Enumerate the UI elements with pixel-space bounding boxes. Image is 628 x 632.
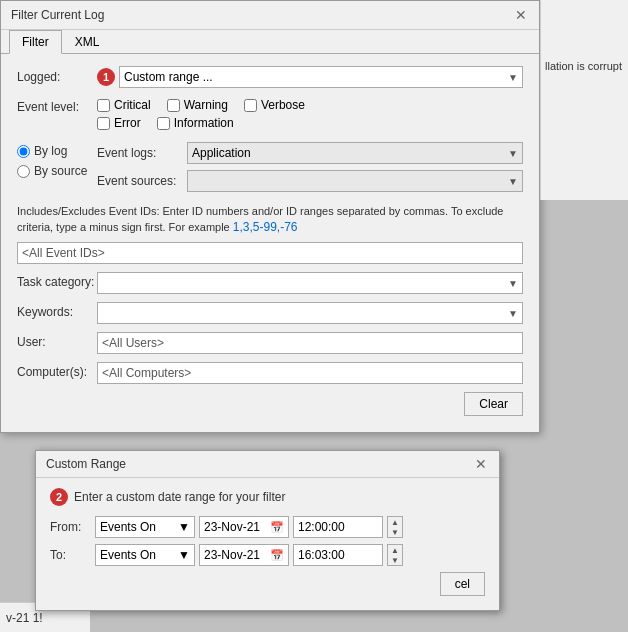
checkbox-critical-input[interactable]	[97, 99, 110, 112]
from-time-field[interactable]: 12:00:00	[293, 516, 383, 538]
computer-label: Computer(s):	[17, 362, 97, 379]
radio-column: By log By source	[17, 142, 97, 198]
clear-button[interactable]: Clear	[464, 392, 523, 416]
custom-range-description: Enter a custom date range for your filte…	[74, 490, 285, 504]
computer-input[interactable]	[97, 362, 523, 384]
custom-range-header-row: 2 Enter a custom date range for your fil…	[50, 488, 485, 506]
logs-column: Event logs: Application ▼ Event sources:…	[97, 142, 523, 198]
to-events-value: Events On	[100, 548, 156, 562]
checkbox-information[interactable]: Information	[157, 116, 234, 130]
event-logs-value: Application	[192, 146, 251, 160]
radio-by-log-label: By log	[34, 144, 67, 158]
checkbox-warning-label: Warning	[184, 98, 228, 112]
logged-dropdown[interactable]: Custom range ... ▼	[119, 66, 523, 88]
from-events-dropdown[interactable]: Events On ▼	[95, 516, 195, 538]
event-sources-dropdown[interactable]: ▼	[187, 170, 523, 192]
to-time-spinner[interactable]: ▲ ▼	[387, 544, 403, 566]
event-logs-label: Event logs:	[97, 146, 187, 160]
keywords-area: ▼	[97, 302, 523, 324]
radio-by-log[interactable]: By log	[17, 144, 97, 158]
to-row: To: Events On ▼ 23-Nov-21 📅 16:03:00 ▲ ▼	[50, 544, 485, 566]
dialog-titlebar: Filter Current Log ✕	[1, 1, 539, 30]
to-time-value: 16:03:00	[298, 548, 345, 562]
from-date-value: 23-Nov-21	[204, 520, 260, 534]
from-time-down-icon[interactable]: ▼	[388, 527, 402, 537]
badge-2: 2	[50, 488, 68, 506]
event-sources-arrow-icon: ▼	[508, 176, 518, 187]
checkbox-critical-label: Critical	[114, 98, 151, 112]
task-category-area: ▼	[97, 272, 523, 294]
checkbox-verbose-label: Verbose	[261, 98, 305, 112]
keywords-dropdown[interactable]: ▼	[97, 302, 523, 324]
user-label: User:	[17, 332, 97, 349]
event-sources-row: Event sources: ▼	[97, 170, 523, 192]
checkbox-warning-input[interactable]	[167, 99, 180, 112]
from-date-field[interactable]: 23-Nov-21 📅	[199, 516, 289, 538]
checkbox-information-label: Information	[174, 116, 234, 130]
radio-by-source[interactable]: By source	[17, 164, 97, 178]
task-category-arrow-icon: ▼	[508, 278, 518, 289]
checkbox-row-1: Critical Warning Verbose	[97, 98, 523, 112]
radio-logs-section: By log By source Event logs: Application…	[17, 142, 523, 198]
task-category-row: Task category: ▼	[17, 272, 523, 294]
tab-xml[interactable]: XML	[62, 30, 113, 54]
event-level-row: Event level: Critical Warning Verbose	[17, 98, 523, 134]
checkbox-verbose-input[interactable]	[244, 99, 257, 112]
keywords-label: Keywords:	[17, 302, 97, 319]
from-time-up-icon[interactable]: ▲	[388, 517, 402, 527]
right-background: llation is corrupt	[540, 0, 628, 200]
to-label: To:	[50, 548, 95, 562]
logged-value: Custom range ...	[124, 70, 213, 84]
event-ids-input[interactable]	[17, 242, 523, 264]
from-events-arrow-icon: ▼	[178, 520, 190, 534]
to-date-field[interactable]: 23-Nov-21 📅	[199, 544, 289, 566]
task-category-dropdown[interactable]: ▼	[97, 272, 523, 294]
event-sources-label: Event sources:	[97, 174, 187, 188]
from-date-calendar-icon: 📅	[270, 521, 284, 534]
from-time-spinner[interactable]: ▲ ▼	[387, 516, 403, 538]
to-date-calendar-icon: 📅	[270, 549, 284, 562]
task-category-label: Task category:	[17, 272, 97, 289]
checkbox-error-label: Error	[114, 116, 141, 130]
user-input[interactable]	[97, 332, 523, 354]
checkbox-row-2: Error Information	[97, 116, 523, 130]
from-events-value: Events On	[100, 520, 156, 534]
from-label: From:	[50, 520, 95, 534]
custom-range-titlebar: Custom Range ✕	[36, 451, 499, 478]
logged-dropdown-arrow-icon: ▼	[508, 72, 518, 83]
radio-by-log-input[interactable]	[17, 145, 30, 158]
tab-filter[interactable]: Filter	[9, 30, 62, 54]
keywords-row: Keywords: ▼	[17, 302, 523, 324]
event-level-label: Event level:	[17, 98, 97, 114]
radio-by-source-label: By source	[34, 164, 87, 178]
checkbox-information-input[interactable]	[157, 117, 170, 130]
checkbox-error[interactable]: Error	[97, 116, 141, 130]
cancel-label: cel	[455, 577, 470, 591]
cancel-button[interactable]: cel	[440, 572, 485, 596]
tabs-bar: Filter XML	[1, 30, 539, 54]
info-example: 1,3,5-99,-76	[233, 220, 298, 234]
user-row: User:	[17, 332, 523, 354]
event-logs-dropdown[interactable]: Application ▼	[187, 142, 523, 164]
checkbox-critical[interactable]: Critical	[97, 98, 151, 112]
filter-dialog: Filter Current Log ✕ Filter XML Logged: …	[0, 0, 540, 433]
to-events-dropdown[interactable]: Events On ▼	[95, 544, 195, 566]
info-text: Includes/Excludes Event IDs: Enter ID nu…	[17, 204, 523, 236]
computer-row: Computer(s):	[17, 362, 523, 384]
dialog-close-button[interactable]: ✕	[513, 7, 529, 23]
to-time-up-icon[interactable]: ▲	[388, 545, 402, 555]
cr-buttons-row: cel	[50, 572, 485, 596]
event-logs-arrow-icon: ▼	[508, 148, 518, 159]
bottom-text: v-21 1!	[6, 611, 43, 625]
from-row: From: Events On ▼ 23-Nov-21 📅 12:00:00 ▲…	[50, 516, 485, 538]
computer-area	[97, 362, 523, 384]
to-date-value: 23-Nov-21	[204, 548, 260, 562]
to-events-arrow-icon: ▼	[178, 548, 190, 562]
checkbox-verbose[interactable]: Verbose	[244, 98, 305, 112]
custom-range-close-button[interactable]: ✕	[473, 456, 489, 472]
to-time-down-icon[interactable]: ▼	[388, 555, 402, 565]
to-time-field[interactable]: 16:03:00	[293, 544, 383, 566]
checkbox-warning[interactable]: Warning	[167, 98, 228, 112]
radio-by-source-input[interactable]	[17, 165, 30, 178]
checkbox-error-input[interactable]	[97, 117, 110, 130]
